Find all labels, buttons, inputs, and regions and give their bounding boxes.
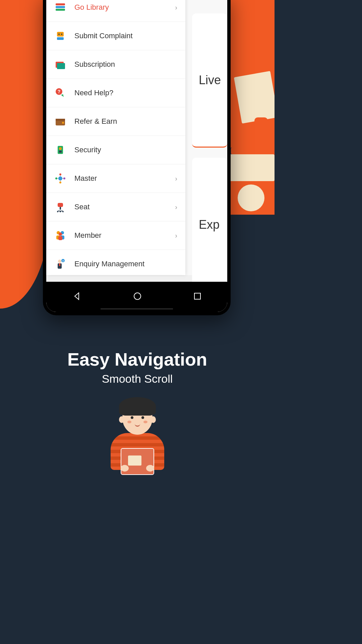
books-icon [54,1,66,13]
card-label: Live [199,73,221,87]
phone-screen: Live Exp Go Library › Submit Complaint [46,0,227,312]
sidebar-item-label: Subscription [74,60,177,69]
svg-point-19 [59,181,61,183]
seat-icon [54,201,66,213]
svg-rect-2 [56,9,65,11]
sidebar-item-seat[interactable]: Seat › [46,193,185,221]
phone-frame: Live Exp Go Library › Submit Complaint [43,0,231,315]
svg-rect-6 [57,37,64,40]
help-icon: ? [54,87,66,99]
svg-rect-44 [194,293,200,299]
folder-icon [54,58,66,70]
sidebar-item-label: Enquiry Management [74,260,177,268]
sidebar-menu[interactable]: Go Library › Submit Complaint Subscripti… [46,0,185,275]
svg-point-15 [59,147,62,150]
complaint-icon [54,30,66,42]
svg-text:?: ? [58,89,61,94]
svg-rect-3 [57,32,64,37]
svg-point-31 [62,211,64,212]
svg-rect-8 [57,63,65,69]
sidebar-item-go-library[interactable]: Go Library › [46,0,185,22]
svg-point-4 [58,34,60,35]
svg-point-21 [63,177,65,179]
svg-point-17 [58,176,62,180]
sidebar-item-refer-earn[interactable]: Refer & Earn [46,107,185,136]
card-live[interactable]: Live [192,13,227,148]
svg-point-20 [55,177,57,179]
svg-point-5 [61,34,62,35]
svg-rect-1 [56,6,65,8]
svg-point-18 [59,173,61,175]
sidebar-item-subscription[interactable]: Subscription [46,50,185,79]
svg-point-34 [59,232,62,236]
svg-rect-12 [56,119,65,121]
back-icon[interactable] [72,291,81,302]
chevron-right-icon: › [175,175,177,182]
svg-point-29 [57,211,58,212]
main-content-behind: Live Exp [185,0,227,275]
sidebar-item-member[interactable]: Member › [46,221,185,250]
sidebar-item-label: Member [74,231,175,240]
svg-rect-40 [59,263,60,266]
svg-point-13 [62,122,64,124]
svg-rect-27 [60,207,61,210]
card-label: Exp [199,218,220,232]
chevron-right-icon: › [175,232,177,239]
sidebar-item-label: Seat [74,203,175,211]
chevron-right-icon: › [175,203,177,211]
svg-rect-0 [56,3,65,5]
svg-rect-16 [59,151,62,153]
member-icon [54,229,66,241]
enquiry-icon: ? [54,258,66,270]
svg-rect-37 [58,236,62,240]
sidebar-item-label: Refer & Earn [74,117,177,126]
sidebar-item-label: Submit Complaint [74,32,177,40]
sidebar-item-enquiry[interactable]: ? Enquiry Management [46,250,185,278]
person-reading-bottom-illustration [101,401,174,488]
android-navbar [46,282,227,312]
promo-title-section: Easy Navigation Smooth Scroll [0,349,275,385]
home-icon[interactable] [133,291,142,302]
svg-point-38 [58,260,61,263]
sidebar-item-label: Master [74,174,175,183]
promo-title: Easy Navigation [0,349,275,370]
sidebar-item-label: Need Help? [74,89,177,97]
svg-rect-26 [58,203,63,207]
svg-point-43 [134,293,141,300]
svg-text:?: ? [62,260,64,263]
wallet-icon [54,115,66,127]
promo-subtitle: Smooth Scroll [0,372,275,385]
security-icon [54,144,66,156]
sidebar-item-need-help[interactable]: ? Need Help? [46,79,185,107]
card-exp[interactable]: Exp [192,158,227,292]
sidebar-item-label: Security [74,146,177,154]
sidebar-item-security[interactable]: Security [46,136,185,164]
svg-point-30 [60,211,61,212]
sidebar-item-label: Go Library [74,3,175,12]
sidebar-item-submit-complaint[interactable]: Submit Complaint [46,22,185,50]
recent-icon[interactable] [193,292,201,302]
master-icon [54,172,66,184]
chevron-right-icon: › [175,4,177,11]
sidebar-item-master[interactable]: Master › [46,164,185,193]
